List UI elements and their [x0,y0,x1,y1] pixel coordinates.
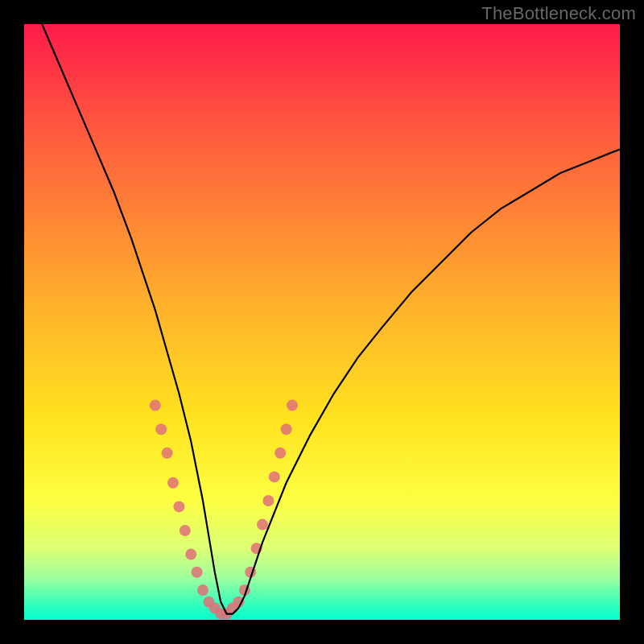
highlight-marker [287,400,298,411]
highlight-marker [269,471,280,482]
plot-area [24,24,620,620]
highlight-marker [257,519,268,530]
chart-frame: TheBottleneck.com [0,0,644,644]
chart-svg [24,24,620,620]
highlight-marker [262,495,274,506]
bottleneck-curve [42,24,620,614]
highlight-marker [180,525,191,536]
watermark-text: TheBottleneck.com [481,3,636,24]
highlight-marker [275,448,286,459]
highlight-marker [150,400,161,411]
highlight-marker [197,584,208,596]
highlight-marker [281,423,292,435]
highlight-marker [192,567,203,578]
highlight-marker [173,501,184,512]
highlight-marker [185,549,196,560]
highlight-marker [167,477,179,489]
highlight-marker [162,448,173,459]
highlight-marker [155,423,167,435]
